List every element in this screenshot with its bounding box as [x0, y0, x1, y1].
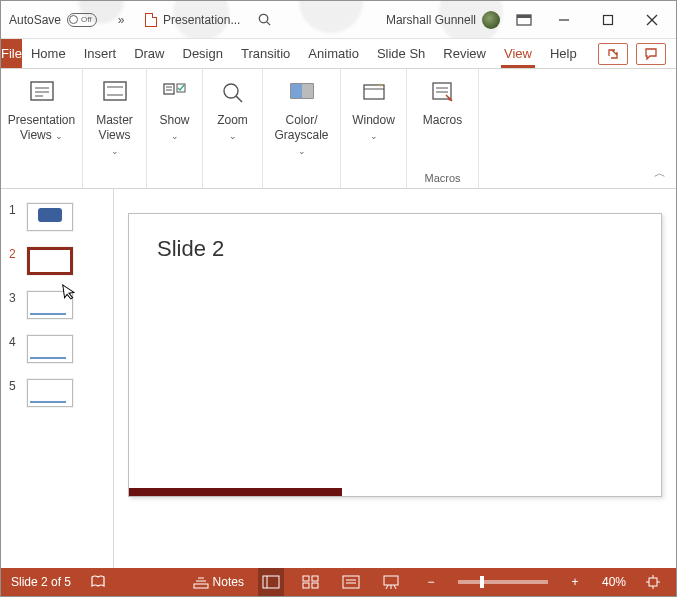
autosave-toggle[interactable]: Off [67, 13, 97, 27]
notes-button[interactable]: Notes [193, 568, 244, 596]
svg-rect-23 [302, 84, 313, 98]
master-views-icon [100, 79, 130, 105]
svg-rect-38 [303, 583, 309, 588]
slideshow-button[interactable] [378, 568, 404, 596]
normal-view-button[interactable] [258, 568, 284, 596]
tab-review[interactable]: Review [434, 39, 495, 68]
tab-help[interactable]: Help [541, 39, 586, 68]
thumb-3[interactable]: 3 [1, 287, 113, 331]
group-master-views[interactable]: MasterViews ⌄ [83, 69, 147, 188]
zoom-out-button[interactable]: − [418, 568, 444, 596]
account-button[interactable]: Marshall Gunnell [380, 11, 506, 29]
fit-slide-button[interactable] [640, 568, 666, 596]
tab-draw[interactable]: Draw [125, 39, 173, 68]
group-presentation-views[interactable]: PresentationViews ⌄ [1, 69, 83, 188]
tab-label: Help [550, 46, 577, 61]
maximize-button[interactable] [586, 2, 630, 38]
thumb-preview [27, 335, 73, 363]
group-label2: Views [20, 128, 52, 142]
svg-rect-36 [303, 576, 309, 581]
ribbon: PresentationViews ⌄ MasterViews ⌄ Show⌄ … [1, 69, 676, 189]
slide-counter: Slide 2 of 5 [11, 575, 71, 589]
tab-design[interactable]: Design [174, 39, 232, 68]
group-label: Macros [423, 113, 462, 127]
chevron-down-icon: ⌄ [229, 131, 237, 141]
slide[interactable]: Slide 2 [128, 213, 662, 497]
comment-icon [644, 47, 658, 61]
tab-insert[interactable]: Insert [75, 39, 126, 68]
tab-label: Home [31, 46, 66, 61]
user-name: Marshall Gunnell [386, 13, 476, 27]
thumb-4[interactable]: 4 [1, 331, 113, 375]
ribbon-display-options[interactable] [512, 8, 536, 32]
slide-accent-bar [129, 488, 342, 496]
thumbnail-panel: 1 2 3 4 5 [1, 189, 113, 568]
work-area: 1 2 3 4 5 S [1, 189, 676, 568]
ribbon-options-icon [516, 13, 532, 27]
tab-label: Animatio [308, 46, 359, 61]
svg-rect-40 [343, 576, 359, 588]
svg-line-20 [236, 96, 242, 102]
file-tab[interactable]: File [1, 39, 22, 68]
qt-more-button[interactable]: » [109, 8, 133, 32]
avatar [482, 11, 500, 29]
tab-view[interactable]: View [495, 39, 541, 68]
tab-label: Design [183, 46, 223, 61]
notes-icon [193, 575, 209, 589]
svg-rect-22 [291, 84, 302, 98]
thumb-number: 2 [9, 247, 21, 261]
svg-text:+: + [378, 82, 383, 90]
normal-view-icon [262, 575, 280, 589]
accessibility-button[interactable] [85, 568, 111, 596]
tab-label: Insert [84, 46, 117, 61]
group-label2: Grayscale [274, 128, 328, 142]
svg-rect-34 [263, 576, 279, 588]
minimize-button[interactable] [542, 2, 586, 38]
presentation-views-icon [27, 79, 57, 105]
share-button[interactable] [598, 43, 628, 65]
reading-icon [342, 575, 360, 589]
reading-view-button[interactable] [338, 568, 364, 596]
group-zoom[interactable]: Zoom⌄ [203, 69, 263, 188]
tab-home[interactable]: Home [22, 39, 75, 68]
tab-transitions[interactable]: Transitio [232, 39, 299, 68]
thumb-5[interactable]: 5 [1, 375, 113, 419]
collapse-ribbon-button[interactable]: ︿ [654, 165, 666, 182]
app-window: AutoSave Off » Presentation... Marshall … [0, 0, 677, 597]
thumb-1[interactable]: 1 [1, 199, 113, 243]
zoom-in-button[interactable]: + [562, 568, 588, 596]
group-macros[interactable]: Macros Macros [407, 69, 479, 188]
slider-knob[interactable] [480, 576, 484, 588]
slide-canvas[interactable]: Slide 2 [113, 189, 676, 568]
notes-label: Notes [213, 575, 244, 589]
group-window[interactable]: + Window⌄ [341, 69, 407, 188]
autosave-label: AutoSave [9, 13, 61, 27]
group-show[interactable]: Show⌄ [147, 69, 203, 188]
group-label2: Views [99, 128, 131, 142]
tab-slideshow[interactable]: Slide Sh [368, 39, 434, 68]
search-button[interactable] [252, 8, 276, 32]
zoom-percent[interactable]: 40% [602, 575, 626, 589]
zoom-slider[interactable] [458, 580, 548, 584]
slide-sorter-button[interactable] [298, 568, 324, 596]
close-button[interactable] [630, 2, 674, 38]
group-color-grayscale[interactable]: Color/Grayscale ⌄ [263, 69, 341, 188]
chevron-down-icon: ⌄ [111, 146, 119, 156]
thumb-2[interactable]: 2 [1, 243, 113, 287]
chevron-down-icon: ⌄ [55, 131, 63, 141]
svg-rect-3 [517, 15, 531, 18]
tab-label: Draw [134, 46, 164, 61]
group-label: Window [352, 113, 395, 127]
color-grayscale-icon [287, 79, 317, 105]
svg-rect-12 [104, 82, 126, 100]
group-label: Show [159, 113, 189, 127]
tab-animations[interactable]: Animatio [299, 39, 368, 68]
autosave-control[interactable]: AutoSave Off [3, 13, 103, 27]
comments-button[interactable] [636, 43, 666, 65]
svg-line-1 [267, 22, 270, 25]
cursor-icon [62, 282, 79, 305]
document-title[interactable]: Presentation... [139, 13, 246, 27]
slide-title[interactable]: Slide 2 [129, 214, 661, 284]
group-label: Zoom [217, 113, 248, 127]
tab-label: Slide Sh [377, 46, 425, 61]
